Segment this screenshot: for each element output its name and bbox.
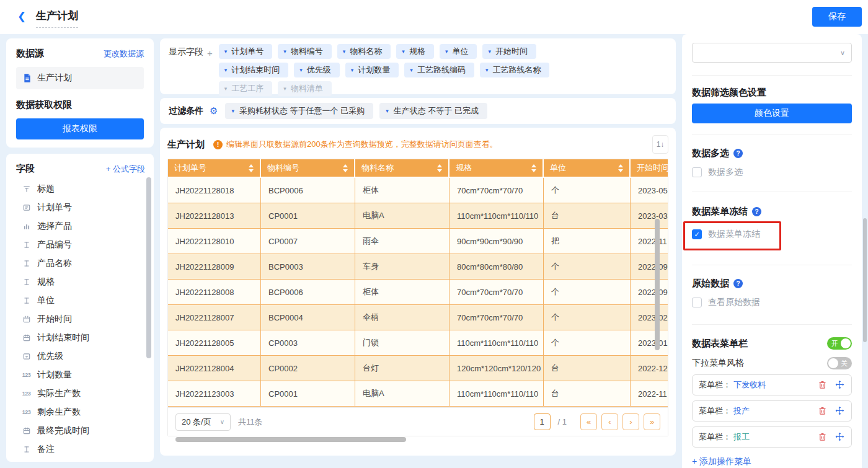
- display-field-chip[interactable]: ▾计划单号: [219, 44, 273, 59]
- field-item[interactable]: 开始时间: [16, 310, 145, 329]
- table-vertical-scrollbar-thumb[interactable]: [655, 219, 660, 350]
- field-item[interactable]: 选择产品: [16, 217, 145, 236]
- datasource-item[interactable]: 生产计划: [16, 67, 144, 89]
- page-size-select[interactable]: 20 条/页 ∨: [175, 413, 231, 431]
- chip-label: 计划数量: [358, 64, 390, 76]
- chip-label: 工艺路线名称: [492, 64, 541, 76]
- filter-chip[interactable]: ▾采购耗材状态 等于任意一个 已采购: [225, 103, 373, 119]
- move-icon[interactable]: [835, 432, 845, 442]
- field-item[interactable]: 产品编号: [16, 236, 145, 254]
- column-header[interactable]: 开始时间: [631, 159, 668, 178]
- column-header[interactable]: 规格: [450, 159, 544, 178]
- display-field-chip[interactable]: ▾规格: [396, 44, 434, 59]
- filter-chip-label: 采购耗材状态 等于任意一个 已采购: [239, 105, 365, 117]
- menu-bar-item[interactable]: 菜单栏：投产: [692, 400, 852, 422]
- menu-bar-value[interactable]: 下发收料: [733, 379, 815, 391]
- delete-icon[interactable]: [818, 406, 828, 416]
- column-header[interactable]: 计划单号: [168, 159, 261, 178]
- table-row[interactable]: JH20221123003CP0001电脑A110cm*110cm*110/11…: [168, 381, 668, 407]
- field-item[interactable]: 123实际生产数: [16, 384, 145, 403]
- menu-bar-value[interactable]: 投产: [733, 405, 815, 417]
- table-row[interactable]: JH20221128005CP0003门锁110cm*110cm*110/110…: [168, 330, 668, 356]
- display-field-chip[interactable]: ▾计划数量: [345, 63, 399, 77]
- move-icon[interactable]: [835, 380, 845, 390]
- field-item[interactable]: 计划结束时间: [16, 329, 145, 347]
- table-row[interactable]: JH20221128007BCP0004伞柄70cm*70cm*70/70个20…: [168, 305, 668, 330]
- display-field-chip[interactable]: ▾单位: [440, 44, 477, 59]
- dropdown-style-toggle[interactable]: 关: [827, 357, 852, 369]
- display-field-chip[interactable]: ▾计划结束时间: [219, 63, 289, 77]
- change-datasource-link[interactable]: 更改数据源: [104, 48, 144, 60]
- help-icon[interactable]: ?: [733, 279, 743, 288]
- table-horizontal-scrollbar-thumb[interactable]: [175, 437, 406, 442]
- gear-icon[interactable]: ⚙: [210, 105, 218, 117]
- menu-bar-item[interactable]: 菜单栏：下发收料: [692, 374, 852, 395]
- table-row[interactable]: JH20221128018BCP0006柜体70cm*70cm*70/70个20…: [168, 178, 668, 203]
- sort-carets-icon[interactable]: [618, 164, 623, 172]
- display-field-chip[interactable]: ▾工艺路线名称: [480, 63, 550, 77]
- field-item[interactable]: 单位: [16, 291, 145, 310]
- table-row[interactable]: JH20221128004CP0002台灯120cm*120cm*120/120…: [168, 356, 668, 381]
- sort-order-button[interactable]: 1↓: [652, 135, 668, 154]
- display-field-chip[interactable]: ▾优先级: [294, 63, 340, 77]
- display-field-chip[interactable]: ▾物料编号: [278, 44, 332, 59]
- menu-bar-item[interactable]: 菜单栏：报工: [692, 426, 852, 448]
- sort-carets-icon[interactable]: [343, 164, 348, 172]
- field-item[interactable]: 计划单号: [16, 198, 145, 217]
- display-field-chip[interactable]: ▾物料名称: [337, 44, 391, 59]
- save-button[interactable]: 保存: [812, 7, 862, 27]
- back-icon[interactable]: ❮: [17, 10, 26, 23]
- sort-carets-icon[interactable]: [531, 164, 536, 172]
- display-field-chip[interactable]: ▾工艺工序: [219, 81, 273, 96]
- help-icon[interactable]: ?: [733, 149, 743, 158]
- field-label: 计划单号: [37, 202, 72, 213]
- field-item[interactable]: 优先级: [16, 347, 145, 366]
- field-item[interactable]: 产品名称: [16, 254, 145, 273]
- delete-icon[interactable]: [818, 380, 828, 390]
- field-item[interactable]: 最终完成时间: [16, 422, 145, 440]
- field-item[interactable]: 备注: [16, 440, 145, 459]
- panel-select[interactable]: ∨: [692, 43, 852, 63]
- menu-bar-value[interactable]: 报工: [733, 431, 815, 443]
- prev-page-button[interactable]: ‹: [601, 413, 618, 430]
- filter-chip[interactable]: ▾生产状态 不等于 已完成: [379, 103, 487, 119]
- window-scrollbar-thumb[interactable]: [863, 218, 867, 342]
- table-cell: JH20221128008: [168, 280, 261, 305]
- sort-carets-icon[interactable]: [437, 164, 442, 172]
- next-page-button[interactable]: ›: [622, 413, 639, 430]
- add-display-field-icon[interactable]: +: [207, 48, 213, 89]
- delete-icon[interactable]: [818, 432, 828, 442]
- display-field-chip[interactable]: ▾开始时间: [482, 44, 536, 59]
- raw-data-checkbox[interactable]: [692, 298, 702, 307]
- display-field-chip[interactable]: ▾物料清单: [278, 81, 332, 96]
- field-item[interactable]: 123剩余生产数: [16, 403, 145, 422]
- color-settings-button[interactable]: 颜色设置: [692, 104, 852, 123]
- column-header[interactable]: 物料名称: [355, 159, 450, 178]
- field-label: 备注: [37, 444, 55, 455]
- add-formula-field-link[interactable]: + 公式字段: [106, 164, 145, 175]
- last-page-button[interactable]: »: [644, 413, 660, 430]
- table-row[interactable]: JH20221128009BCP0003车身80cm*80cm*80/80个20…: [168, 254, 668, 280]
- menubar-toggle[interactable]: 开: [827, 337, 852, 350]
- sort-carets-icon[interactable]: [249, 164, 254, 172]
- field-item[interactable]: 123计划数量: [16, 366, 145, 384]
- fields-scrollbar-thumb[interactable]: [146, 177, 151, 358]
- column-header[interactable]: 单位: [544, 159, 631, 178]
- multi-select-checkbox[interactable]: [692, 167, 702, 177]
- table-row[interactable]: JH20221128008BCP0006柜体70cm*70cm*70/70个20…: [168, 280, 668, 305]
- report-permission-button[interactable]: 报表权限: [16, 118, 144, 139]
- field-item[interactable]: 标题: [16, 180, 145, 198]
- add-action-menu-link[interactable]: + 添加操作菜单: [692, 456, 852, 467]
- page-number-input[interactable]: [534, 413, 551, 430]
- menu-freeze-checkbox[interactable]: ✓: [692, 229, 702, 239]
- table-row[interactable]: JH20221128010CP0007雨伞90cm*90cm*90/90把202…: [168, 229, 668, 254]
- multi-select-label: 数据多选: [708, 167, 743, 178]
- table-cell: 70cm*70cm*70/70: [450, 178, 544, 203]
- field-item[interactable]: 规格: [16, 273, 145, 291]
- move-icon[interactable]: [835, 406, 845, 416]
- table-row[interactable]: JH20221128013CP0001电脑A110cm*110cm*110/11…: [168, 203, 668, 229]
- help-icon[interactable]: ?: [752, 207, 761, 216]
- display-field-chip[interactable]: ▾工艺路线编码: [404, 63, 474, 77]
- column-header[interactable]: 物料编号: [261, 159, 355, 178]
- first-page-button[interactable]: «: [580, 413, 597, 430]
